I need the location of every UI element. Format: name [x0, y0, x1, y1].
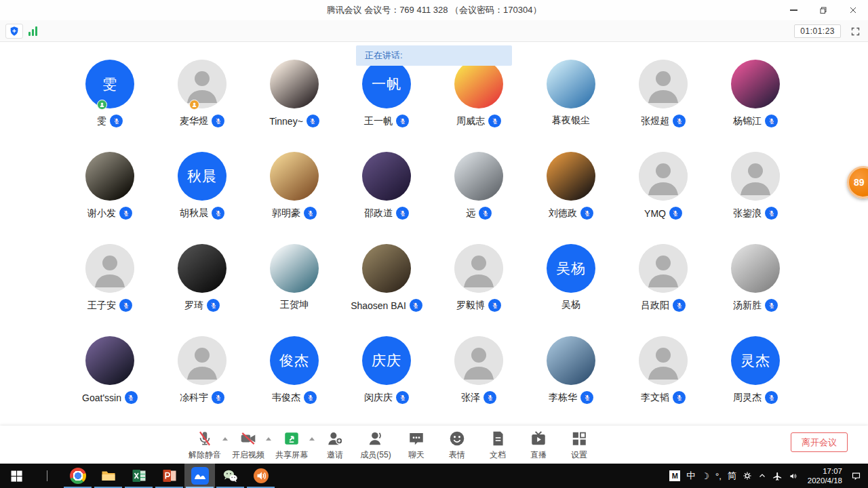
fullscreen-button[interactable]: [848, 24, 863, 39]
muted-mic-icon[interactable]: [484, 391, 496, 404]
muted-mic-icon[interactable]: [119, 207, 132, 220]
speaker-icon[interactable]: [789, 471, 799, 481]
participant-tile[interactable]: 吴杨 吴杨: [525, 241, 617, 333]
participant-tile[interactable]: Shaosen BAI: [340, 241, 433, 333]
participant-tile[interactable]: 王子安: [64, 241, 156, 333]
toolbar-button-members[interactable]: 成员(55): [355, 429, 396, 461]
muted-mic-icon[interactable]: [396, 115, 409, 127]
gear-icon[interactable]: [743, 471, 752, 481]
participant-tile[interactable]: Goat'ssin: [64, 333, 156, 426]
muted-mic-icon[interactable]: [488, 115, 501, 127]
participant-tile[interactable]: 谢小发: [64, 149, 156, 241]
toolbar-button-invite[interactable]: 邀请: [315, 429, 355, 461]
muted-mic-icon[interactable]: [479, 207, 492, 220]
participant-tile[interactable]: 远: [433, 149, 525, 241]
muted-mic-icon[interactable]: [207, 299, 220, 312]
muted-mic-icon[interactable]: [669, 207, 682, 220]
participant-tile[interactable]: 庆庆 闵庆庆: [340, 333, 433, 426]
muted-mic-icon[interactable]: [304, 391, 317, 404]
participant-tile[interactable]: 罗毅博: [433, 241, 525, 333]
muted-mic-icon[interactable]: [580, 391, 593, 404]
muted-mic-icon[interactable]: [212, 207, 224, 220]
muted-mic-icon[interactable]: [673, 391, 686, 404]
muted-mic-icon[interactable]: [119, 299, 132, 312]
taskbar-app-powerpoint[interactable]: [154, 464, 184, 488]
taskbar-app-chrome[interactable]: [62, 464, 93, 488]
close-button[interactable]: [838, 0, 868, 20]
toolbar-button-share-screen[interactable]: 共享屏幕: [271, 429, 312, 461]
participant-tile[interactable]: YMQ: [617, 149, 709, 241]
taskbar-app-explorer[interactable]: [93, 464, 123, 488]
ime-punctuation-mode[interactable]: °,: [715, 471, 722, 481]
participant-tile[interactable]: 王贺坤: [248, 241, 340, 333]
meeting-security-button[interactable]: [5, 24, 23, 39]
participant-tile[interactable]: 凃科宇: [156, 333, 248, 426]
floating-badge[interactable]: 89: [847, 166, 868, 199]
muted-mic-icon[interactable]: [765, 391, 778, 404]
participant-tile[interactable]: 李栋华: [525, 333, 617, 426]
participant-tile[interactable]: 周威志: [433, 57, 525, 149]
toolbar-button-emoji[interactable]: 表情: [437, 429, 477, 461]
participant-tile[interactable]: 刘德政: [525, 149, 617, 241]
muted-mic-icon[interactable]: [125, 391, 138, 404]
minimize-button[interactable]: [778, 0, 808, 20]
muted-mic-icon[interactable]: [212, 391, 224, 404]
action-center-button[interactable]: [851, 471, 861, 481]
muted-mic-icon[interactable]: [396, 391, 409, 404]
leave-meeting-button[interactable]: 离开会议: [791, 432, 848, 452]
chevron-up-icon[interactable]: [758, 472, 766, 480]
participant-tile[interactable]: 张鋆浪: [709, 149, 802, 241]
muted-mic-icon[interactable]: [765, 115, 778, 127]
participant-tile[interactable]: 汤新胜: [709, 241, 802, 333]
toolbar-button-settings[interactable]: 设置: [559, 429, 599, 461]
participant-tile[interactable]: 麦华煜: [156, 57, 248, 149]
taskbar-app-meeting[interactable]: [184, 464, 215, 488]
participant-tile[interactable]: 罗琦: [156, 241, 248, 333]
participant-tile[interactable]: 一帆 王一帆: [340, 57, 433, 149]
taskbar-app-wechat[interactable]: [215, 464, 245, 488]
participant-tile[interactable]: 秋晨 胡秋晨: [156, 149, 248, 241]
airplane-icon[interactable]: [772, 471, 783, 481]
participant-tile[interactable]: 吕政阳: [617, 241, 709, 333]
muted-mic-icon[interactable]: [673, 115, 686, 127]
toolbar-button-live[interactable]: 直播: [518, 429, 559, 461]
muted-mic-icon[interactable]: [110, 115, 123, 127]
muted-mic-icon[interactable]: [765, 299, 778, 312]
muted-mic-icon[interactable]: [396, 207, 409, 220]
tencent-meeting-icon: [191, 467, 209, 485]
participant-tile[interactable]: 雯 雯: [64, 57, 156, 149]
participant-tile[interactable]: 张泽: [433, 333, 525, 426]
muted-mic-icon[interactable]: [307, 115, 319, 127]
muted-mic-icon[interactable]: [765, 207, 778, 220]
participant-tile[interactable]: 李文韬: [617, 333, 709, 426]
avatar: [639, 152, 688, 201]
muted-mic-icon[interactable]: [673, 299, 686, 312]
taskbar-app-start[interactable]: [0, 464, 32, 488]
muted-mic-icon[interactable]: [304, 207, 317, 220]
participant-tile[interactable]: 暮夜银尘: [525, 57, 617, 149]
toolbar-button-mic-off[interactable]: 解除静音: [184, 429, 225, 461]
taskbar-app-excel[interactable]: [123, 464, 154, 488]
muted-mic-icon[interactable]: [212, 115, 224, 127]
network-signal-icon[interactable]: [28, 26, 37, 36]
toolbar-button-document[interactable]: 文档: [477, 429, 518, 461]
participant-tile[interactable]: 俊杰 韦俊杰: [248, 333, 340, 426]
toolbar-button-chat[interactable]: 聊天: [396, 429, 437, 461]
ime-simplified-mode[interactable]: 简: [728, 470, 736, 482]
muted-mic-icon[interactable]: [488, 299, 501, 312]
muted-mic-icon[interactable]: [410, 299, 422, 312]
participant-tile[interactable]: 郭明豪: [248, 149, 340, 241]
ime-indicator-m[interactable]: M: [669, 470, 680, 481]
participant-tile[interactable]: 张煜超: [617, 57, 709, 149]
moon-icon[interactable]: ☽: [701, 471, 709, 481]
taskbar-app-volume[interactable]: [245, 464, 276, 488]
ime-lang-chinese[interactable]: 中: [686, 470, 695, 482]
restore-button[interactable]: [808, 0, 838, 20]
participant-tile[interactable]: 邵政道: [340, 149, 433, 241]
muted-mic-icon[interactable]: [580, 207, 593, 220]
participant-tile[interactable]: 灵杰 周灵杰: [709, 333, 802, 426]
taskbar-clock[interactable]: 17:07 2020/4/18: [805, 466, 845, 486]
participant-tile[interactable]: Tinney~: [248, 57, 340, 149]
toolbar-button-camera-off[interactable]: 开启视频: [228, 429, 269, 461]
participant-tile[interactable]: 杨锦江: [709, 57, 802, 149]
